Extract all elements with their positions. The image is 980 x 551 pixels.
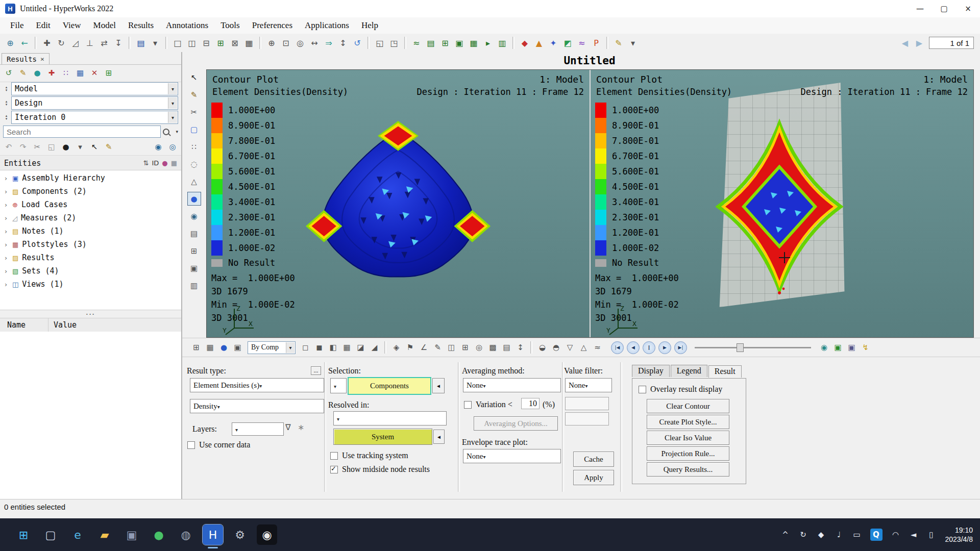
entity-color-icon[interactable]: ● (162, 159, 167, 167)
view-previous-icon[interactable]: ← (18, 36, 31, 49)
value-filter-select[interactable]: None (565, 378, 612, 392)
entity-translate-icon[interactable]: ✚ (40, 36, 54, 49)
layers-icon[interactable]: ▥ (187, 279, 201, 292)
results-display-icon[interactable]: ▤ (187, 227, 201, 240)
browser-edit-icon[interactable]: ✎ (17, 67, 29, 79)
tree-expand-chevron-icon[interactable]: › (5, 174, 9, 182)
value-column-header[interactable]: Value (54, 320, 77, 330)
select-arrow-icon[interactable]: ↖ (187, 70, 201, 84)
single-window-icon[interactable]: □ (171, 36, 184, 49)
note-tool-icon[interactable]: ✎ (431, 341, 444, 354)
selection-type-select[interactable] (330, 378, 347, 393)
tree-item-components[interactable]: › ▨ Components (2) (0, 185, 181, 198)
dropdown-arrow-icon[interactable] (217, 402, 220, 411)
page-select-icon[interactable]: ⊞ (190, 341, 203, 354)
anim-next-button[interactable]: ▶ (658, 341, 671, 354)
pan-view-icon[interactable]: ↔ (308, 36, 321, 49)
entity-scale-icon[interactable]: ◿ (69, 36, 82, 49)
components-collector-button[interactable]: Components (348, 377, 431, 395)
transparency-icon[interactable]: ◪ (354, 341, 367, 354)
dropdown-arrow-icon[interactable] (168, 112, 177, 123)
flag-note-icon[interactable]: ⚑ (404, 341, 416, 354)
measure-icon[interactable]: ∠ (418, 341, 430, 354)
shaded-sphere-icon[interactable]: ● (187, 192, 201, 206)
model-box-icon[interactable]: ▣ (231, 341, 244, 354)
copy-icon[interactable]: ◱ (45, 141, 58, 153)
entity-sort-icon[interactable]: ⇅ (143, 159, 149, 167)
center-view-icon[interactable]: ◎ (293, 36, 307, 49)
browser-table-icon[interactable]: ▦ (74, 67, 86, 79)
spinner-icon[interactable]: ▴▾ (3, 114, 10, 120)
panel-tab[interactable]: Display (632, 365, 670, 377)
menu-item[interactable]: Results (122, 20, 160, 31)
dropdown-arrow-icon[interactable] (259, 381, 262, 390)
query-results-button[interactable]: Query Results... (647, 462, 729, 477)
anim-first-button[interactable]: |◀ (611, 341, 624, 354)
performance-icon[interactable]: ↯ (859, 341, 872, 354)
color-mode-icon[interactable]: ● (60, 141, 72, 153)
tree-expand-chevron-icon[interactable]: › (5, 254, 9, 262)
entity-mode-select[interactable]: By Comp (248, 341, 296, 354)
feature-lines-icon[interactable]: ◢ (368, 341, 381, 354)
more-tools-arrow-icon[interactable]: ▾ (626, 36, 640, 49)
menu-item[interactable]: Applications (299, 20, 355, 31)
result-type-more-button[interactable]: ... (311, 366, 321, 375)
show-hide-icon[interactable]: ◉ (152, 141, 164, 153)
section-tool-icon[interactable]: ◫ (445, 341, 458, 354)
entity-axis-icon[interactable]: ⊥ (83, 36, 96, 49)
notes-display-icon[interactable]: ▣ (187, 261, 201, 275)
create-plot-style-button[interactable]: Create Plot Style... (647, 415, 729, 429)
render-globe-icon[interactable]: ● (217, 341, 230, 354)
copy-session-icon[interactable]: ◳ (387, 36, 401, 49)
iso-panel-icon[interactable]: ◩ (561, 36, 574, 49)
copy-window-icon[interactable]: ◱ (373, 36, 386, 49)
menu-item[interactable]: Annotations (160, 20, 214, 31)
search-icon[interactable] (163, 129, 169, 135)
settings-gear-icon[interactable]: ⚙ (230, 524, 250, 545)
clip-plane-icon[interactable]: ◓ (550, 341, 562, 354)
anim-previous-button[interactable]: ◀ (627, 341, 640, 354)
tree-item-plotstyles[interactable]: › ▦ Plotstyles (3) (0, 238, 181, 251)
anim-settings-icon[interactable]: ◉ (818, 341, 830, 354)
close-button[interactable]: × (956, 0, 980, 17)
graphics-window-left[interactable]: Contour Plot Element Densities(Density) … (207, 70, 590, 337)
split-horizontal-icon[interactable]: ◫ (185, 36, 199, 49)
media-app-icon[interactable]: ▣ (121, 524, 142, 545)
edges-icon[interactable]: ◧ (327, 341, 339, 354)
dropdown-arrow-icon[interactable] (168, 97, 177, 109)
contour-toggle-icon[interactable]: ◈ (390, 341, 403, 354)
system-advanced-button[interactable]: ◄ (433, 430, 445, 444)
delete-page-icon[interactable]: ⊠ (228, 36, 241, 49)
tab-close-icon[interactable]: × (40, 55, 44, 63)
tree-expand-chevron-icon[interactable]: › (5, 214, 9, 222)
tree-item-sets[interactable]: › ▧ Sets (4) (0, 264, 181, 278)
tree-expand-chevron-icon[interactable]: › (5, 267, 9, 275)
layers-filter-icon[interactable]: ∇ (285, 422, 291, 432)
security-shield-icon[interactable]: ◆ (817, 529, 826, 541)
graphics-window-right[interactable]: Contour Plot Element Densities(Density) … (590, 70, 973, 337)
tree-expand-chevron-icon[interactable]: › (5, 228, 9, 235)
name-column-header[interactable]: Name (0, 320, 48, 330)
sessionview-icon[interactable]: ▥ (496, 36, 509, 49)
trace-icon[interactable]: ≈ (591, 341, 604, 354)
annotate-icon[interactable]: ✎ (187, 88, 201, 102)
iso-surface-icon[interactable]: ◒ (536, 341, 549, 354)
spinner-icon[interactable]: ▴▾ (3, 86, 10, 92)
layers-select[interactable] (232, 422, 284, 436)
page-indicator[interactable]: 1 of 1 (929, 37, 974, 49)
browser-sphere-icon[interactable]: ● (31, 67, 43, 79)
menu-item[interactable]: Model (87, 20, 122, 31)
arrow-mode-icon[interactable]: ⇒ (322, 36, 335, 49)
dropdown-arrow-icon[interactable] (337, 414, 339, 423)
pick-entity-icon[interactable]: ↖ (88, 141, 101, 153)
tab-results[interactable]: Results × (2, 53, 50, 64)
fit-view-icon[interactable]: ↕ (336, 36, 350, 49)
add-plot-page-icon[interactable]: ⊞ (438, 36, 452, 49)
volume-icon[interactable]: ◄ (909, 529, 918, 541)
annotations-tool-icon[interactable]: ✎ (612, 36, 625, 49)
report-templates-icon[interactable]: ▤ (134, 36, 148, 49)
panel-tab[interactable]: Legend (671, 365, 707, 377)
search-input[interactable] (3, 126, 161, 138)
export-ppt-icon[interactable]: P (590, 36, 603, 49)
obs-icon[interactable]: ◉ (257, 524, 277, 545)
